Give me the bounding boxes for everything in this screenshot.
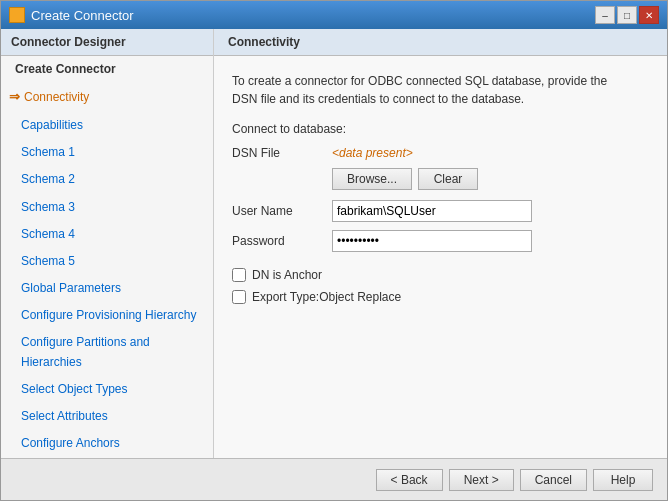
- right-panel: Connectivity To create a connector for O…: [214, 29, 667, 458]
- footer: < Back Next > Cancel Help: [1, 458, 667, 500]
- description-text: To create a connector for ODBC connected…: [232, 72, 632, 108]
- main-window: Create Connector – □ ✕ Connector Designe…: [0, 0, 668, 501]
- dn-anchor-checkbox[interactable]: [232, 268, 246, 282]
- active-arrow-icon: ⇒: [9, 87, 20, 108]
- sidebar-item-configure-partitions[interactable]: Configure Partitions and Hierarchies: [1, 329, 213, 375]
- connect-label: Connect to database:: [232, 122, 649, 136]
- help-button[interactable]: Help: [593, 469, 653, 491]
- sidebar: Connector Designer Create Connector ⇒ Co…: [1, 29, 214, 458]
- sidebar-item-select-attributes[interactable]: Select Attributes: [1, 403, 213, 430]
- sidebar-item-configure-anchors[interactable]: Configure Anchors: [1, 430, 213, 457]
- dn-anchor-row: DN is Anchor: [232, 268, 649, 282]
- sidebar-item-configure-provisioning[interactable]: Configure Provisioning Hierarchy: [1, 302, 213, 329]
- sidebar-item-select-object-types[interactable]: Select Object Types: [1, 376, 213, 403]
- window-title: Create Connector: [31, 8, 134, 23]
- password-input[interactable]: [332, 230, 532, 252]
- back-button[interactable]: < Back: [376, 469, 443, 491]
- form-section: DSN File <data present> Browse... Clear …: [232, 146, 649, 252]
- username-label: User Name: [232, 204, 332, 218]
- dn-anchor-label: DN is Anchor: [252, 268, 322, 282]
- svg-rect-0: [11, 9, 16, 14]
- sidebar-item-global-parameters[interactable]: Global Parameters: [1, 275, 213, 302]
- sidebar-item-schema2[interactable]: Schema 2: [1, 166, 213, 193]
- dsn-label: DSN File: [232, 146, 332, 160]
- sidebar-header: Connector Designer: [1, 29, 213, 56]
- minimize-button[interactable]: –: [595, 6, 615, 24]
- svg-rect-3: [18, 16, 23, 21]
- password-row: Password: [232, 230, 649, 252]
- sidebar-item-schema4[interactable]: Schema 4: [1, 221, 213, 248]
- close-button[interactable]: ✕: [639, 6, 659, 24]
- export-row: Export Type:Object Replace: [232, 290, 649, 304]
- panel-header: Connectivity: [214, 29, 667, 56]
- app-icon: [9, 7, 25, 23]
- maximize-button[interactable]: □: [617, 6, 637, 24]
- sidebar-item-schema3[interactable]: Schema 3: [1, 194, 213, 221]
- dsn-row: DSN File <data present>: [232, 146, 649, 160]
- title-bar-left: Create Connector: [9, 7, 134, 23]
- cancel-button[interactable]: Cancel: [520, 469, 587, 491]
- main-content: Connector Designer Create Connector ⇒ Co…: [1, 29, 667, 458]
- dsn-value: <data present>: [332, 146, 649, 160]
- browse-clear-row: Browse... Clear: [232, 168, 649, 190]
- panel-body: To create a connector for ODBC connected…: [214, 56, 667, 458]
- password-label: Password: [232, 234, 332, 248]
- username-input[interactable]: [332, 200, 532, 222]
- sidebar-item-connectivity[interactable]: ⇒ Connectivity: [1, 83, 213, 112]
- sidebar-item-schema1[interactable]: Schema 1: [1, 139, 213, 166]
- sidebar-item-schema5[interactable]: Schema 5: [1, 248, 213, 275]
- title-bar-controls: – □ ✕: [595, 6, 659, 24]
- checkboxes-section: DN is Anchor Export Type:Object Replace: [232, 268, 649, 304]
- sidebar-item-capabilities[interactable]: Capabilities: [1, 112, 213, 139]
- clear-button[interactable]: Clear: [418, 168, 478, 190]
- export-type-checkbox[interactable]: [232, 290, 246, 304]
- username-row: User Name: [232, 200, 649, 222]
- export-type-label: Export Type:Object Replace: [252, 290, 401, 304]
- svg-rect-1: [18, 9, 23, 14]
- browse-button[interactable]: Browse...: [332, 168, 412, 190]
- title-bar: Create Connector – □ ✕: [1, 1, 667, 29]
- svg-rect-2: [11, 16, 16, 21]
- next-button[interactable]: Next >: [449, 469, 514, 491]
- sidebar-item-create-connector[interactable]: Create Connector: [1, 56, 213, 83]
